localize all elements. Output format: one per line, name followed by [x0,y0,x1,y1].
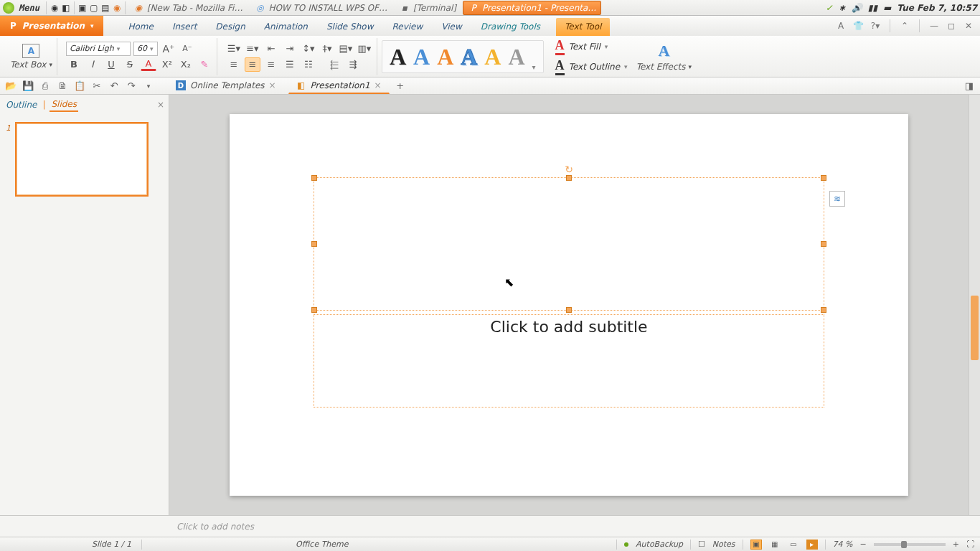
taskbar-item-terminal[interactable]: ▪[Terminal] [394,1,461,15]
paste-icon[interactable]: 📋 [73,80,86,93]
title-placeholder[interactable]: ↻ ≋ [314,177,824,311]
text-fill-button[interactable]: AText Fill▾ [555,38,628,55]
tab-insert[interactable]: Insert [169,18,199,36]
save-icon[interactable]: 💾 [22,80,34,93]
taskbar-item-chromium[interactable]: ◎HOW TO INSTALL WPS OF… [249,1,392,15]
zoom-in-icon[interactable]: + [953,540,959,549]
collapse-ribbon-icon[interactable]: ⌃ [899,21,910,31]
text-outline-button[interactable]: AText Outline▾ [555,58,628,75]
bluetooth-icon[interactable]: ∗ [839,3,846,13]
line-spacing-icon[interactable]: ‡▾ [319,42,335,56]
doctab-online-templates[interactable]: D Online Templates × [168,78,284,94]
mint-logo-icon[interactable] [3,2,14,14]
zoom-knob[interactable] [901,541,907,548]
slideshow-view-icon[interactable]: ▸ [806,540,818,550]
firefox-launcher-icon[interactable]: ◉ [111,2,123,14]
open-icon[interactable]: 📂 [4,80,17,93]
fit-slide-icon[interactable]: ⛶ [966,540,974,549]
textbox-icon[interactable]: A [22,44,39,58]
tab-animation[interactable]: Animation [261,18,311,36]
close-tab-icon[interactable]: × [374,80,382,90]
align-center-icon[interactable]: ≡ [245,57,260,72]
shield-icon[interactable]: ✓ [826,3,833,13]
tab-design[interactable]: Design [212,18,248,36]
undo-icon[interactable]: ↶ [108,80,121,93]
resize-handle[interactable] [821,241,826,247]
columns-icon[interactable]: ▥▾ [357,42,372,56]
wordart-style-icon[interactable]: A [484,45,501,68]
strike-icon[interactable]: S [122,57,138,72]
notes-toggle[interactable]: Notes [712,540,735,549]
shrink-font-icon[interactable]: A⁻ [179,42,195,56]
rotate-handle-icon[interactable]: ↻ [565,164,573,175]
cut-icon[interactable]: ✂ [90,80,103,93]
gallery-more-icon[interactable]: ▾ [532,63,536,71]
inc-list-level-icon[interactable]: ⇶ [345,57,361,72]
distributed-icon[interactable]: ☷ [301,57,316,72]
sorter-view-icon[interactable]: ▦ [769,540,781,550]
battery-icon[interactable]: ▬ [883,3,891,13]
superscript-icon[interactable]: X² [159,57,175,72]
print-icon[interactable]: ⎙ [39,80,52,93]
show-desktop-icon[interactable]: ▣ [77,2,88,14]
scrollbar-thumb[interactable] [971,296,979,360]
subtitle-placeholder[interactable]: Click to add subtitle [314,314,824,408]
resize-handle[interactable] [311,241,317,247]
doctab-presentation[interactable]: ◧ Presentation1 × [288,78,390,94]
resize-handle[interactable] [821,175,826,181]
slide-canvas[interactable]: ↻ ≋ Click to add subtitle ⬉ [169,95,969,515]
preview-icon[interactable]: 🗎 [56,80,69,93]
files-launcher-icon[interactable]: ▤ [100,2,111,14]
wordart-style-icon[interactable]: A [437,45,453,68]
close-pane-icon[interactable]: × [157,100,164,110]
zoom-level[interactable]: 74 % [833,540,853,549]
qat-more-icon[interactable]: ▾ [142,80,155,93]
notes-toggle-icon[interactable]: ☐ [698,540,705,549]
text-effects-button[interactable]: A Text Effects▾ [632,42,696,72]
volume-icon[interactable]: 🔊 [852,3,862,13]
dec-indent-icon[interactable]: ⇤ [263,42,279,56]
wordart-style-icon[interactable]: A [390,45,406,68]
layer-options-icon[interactable]: ≋ [829,191,845,207]
font-name-combo[interactable]: Calibri Ligh▾ [66,42,131,56]
wordart-style-icon[interactable]: A [413,45,430,68]
tab-text-tool[interactable]: Text Tool [556,18,610,36]
taskbar-item-wps[interactable]: PPresentation1 - Presenta… [463,1,601,15]
resize-handle[interactable] [311,175,317,181]
zoom-slider[interactable] [874,543,946,546]
new-tab-icon[interactable]: + [394,80,407,93]
autobackup-label[interactable]: AutoBackup [636,540,683,549]
text-direction-icon[interactable]: ↕▾ [301,42,316,56]
minimize-icon[interactable]: — [928,21,940,31]
skin-icon[interactable]: A [835,21,847,31]
align-left-icon[interactable]: ≡ [226,57,242,72]
numbering-icon[interactable]: ≡▾ [245,42,260,56]
close-icon[interactable]: ✕ [963,21,974,31]
tray-icon[interactable]: ◉ [49,2,60,14]
tab-slideshow[interactable]: Slide Show [324,18,376,36]
tab-view[interactable]: View [438,18,464,36]
resize-handle[interactable] [821,307,826,313]
justify-icon[interactable]: ☰ [282,57,298,72]
font-color-icon[interactable]: A [141,58,156,71]
network-icon[interactable]: ▮▮ [868,3,877,13]
grow-font-icon[interactable]: A⁺ [161,42,176,56]
wordart-gallery[interactable]: A A A A A A ▾ [382,40,544,73]
redo-icon[interactable]: ↷ [125,80,138,93]
help-icon[interactable]: ?▾ [870,21,881,31]
tab-home[interactable]: Home [125,18,156,36]
textbox-button[interactable]: Text Box▾ [10,60,52,70]
slide[interactable]: ↻ ≋ Click to add subtitle ⬉ [230,114,908,496]
taskbar-item-firefox[interactable]: ◉[New Tab - Mozilla Fi… [128,1,248,15]
maximize-icon[interactable]: ◻ [946,21,957,31]
tab-drawing-tools[interactable]: Drawing Tools [478,18,543,36]
app-menu-button[interactable]: P Presentation ▾ [0,16,103,36]
slide-thumbnail[interactable]: 1 [6,122,163,197]
underline-icon[interactable]: U [103,57,119,72]
wordart-style-icon[interactable]: A [461,45,477,68]
bullets-icon[interactable]: ☰▾ [226,42,242,56]
sidetab-slides[interactable]: Slides [50,98,78,112]
tab-review[interactable]: Review [389,18,425,36]
menu-button[interactable]: Menu [19,3,39,13]
reading-view-icon[interactable]: ▭ [788,540,799,550]
